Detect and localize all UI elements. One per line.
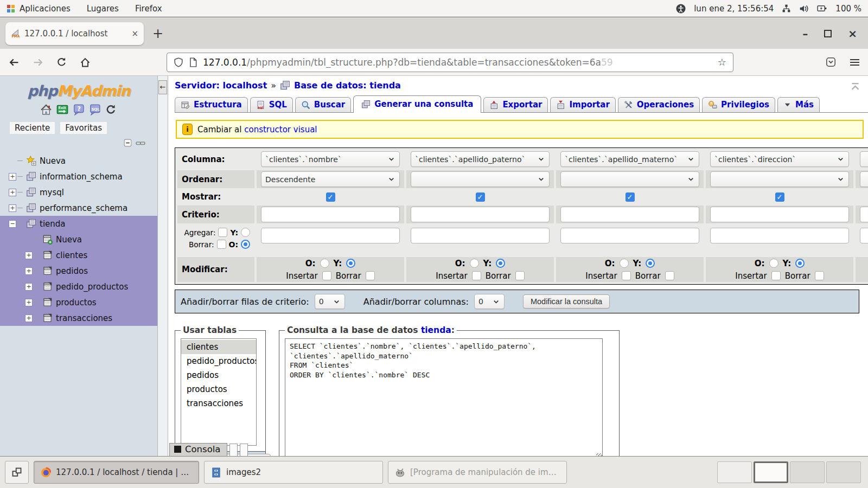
tree-item-clientes[interactable]: +clientes — [0, 247, 157, 263]
and-radio[interactable] — [241, 228, 250, 237]
table-option-transacciones[interactable]: transacciones — [181, 396, 256, 410]
extra-criteria-input-5[interactable] — [860, 228, 868, 243]
modify-or-radio-1[interactable] — [320, 259, 329, 268]
tree-item-nueva[interactable]: Nueva — [0, 232, 157, 247]
home-icon[interactable] — [80, 57, 91, 68]
logout-icon[interactable]: Exit — [56, 104, 68, 115]
criteria-input-2[interactable] — [411, 207, 550, 222]
expand-icon[interactable]: + — [25, 314, 33, 322]
expand-icon[interactable]: + — [9, 204, 16, 212]
expand-icon[interactable]: + — [25, 267, 33, 275]
expand-icon[interactable]: + — [9, 173, 16, 181]
show-checkbox-3[interactable]: ✓ — [626, 192, 635, 202]
delete-checkbox-4[interactable] — [815, 271, 824, 280]
workspace-3[interactable] — [790, 461, 825, 483]
tree-item-mysql[interactable]: +mysql — [0, 184, 157, 200]
forward-icon[interactable] — [33, 57, 43, 68]
menu-icon[interactable] — [850, 57, 859, 67]
insert-checkbox-1[interactable] — [322, 271, 331, 280]
workspace-2[interactable] — [754, 461, 788, 483]
tree-item-tienda[interactable]: −tienda — [0, 216, 157, 232]
taskbar-window-button[interactable]: 127.0.0.1 / localhost / tienda | phpM... — [34, 461, 199, 484]
criteria-input-5[interactable] — [860, 207, 868, 222]
show-desktop-button[interactable] — [5, 461, 29, 484]
breadcrumb-database[interactable]: Base de datos: tienda — [294, 80, 401, 91]
shield-icon[interactable] — [174, 57, 183, 67]
back-icon[interactable] — [9, 57, 20, 68]
insert-checkbox-4[interactable] — [771, 271, 781, 280]
url-bar[interactable]: 127.0.0.1/phpmyadmin/tbl_structure.php?d… — [167, 53, 733, 72]
console-mini-tab[interactable] — [240, 444, 248, 456]
column-select-5[interactable] — [860, 151, 868, 167]
minimize-button[interactable]: – — [802, 28, 808, 39]
modify-or-radio-2[interactable] — [470, 259, 479, 268]
insert-checkbox-2[interactable] — [472, 271, 481, 280]
nav-button-reciente[interactable]: Reciente — [10, 122, 55, 134]
extra-criteria-input-4[interactable] — [710, 228, 849, 243]
modify-or-radio-3[interactable] — [620, 259, 629, 268]
table-option-clientes[interactable]: clientes — [181, 340, 256, 354]
pma-logo[interactable]: phpMyAdmin — [0, 82, 157, 99]
sql-textarea[interactable]: SELECT `clientes`.`nombre`, `clientes`.`… — [285, 338, 603, 456]
taskbar-window-button[interactable]: [Programa de manipulación de imáge... — [388, 461, 567, 484]
nav-button-favoritas[interactable]: Favoritas — [60, 122, 107, 134]
criteria-input-3[interactable] — [560, 207, 699, 222]
home-icon[interactable] — [40, 104, 52, 115]
page-icon[interactable] — [189, 57, 197, 67]
sort-select-1[interactable]: Descendente — [261, 171, 400, 187]
tree-item-productos[interactable]: +productos — [0, 294, 157, 310]
sort-select-5[interactable] — [860, 171, 868, 187]
panel-menu-firefox[interactable]: Firefox — [135, 4, 162, 14]
query-legend-db[interactable]: tienda — [421, 325, 451, 335]
url-text[interactable]: 127.0.0.1/phpmyadmin/tbl_structure.php?d… — [203, 57, 712, 68]
tree-item-performance_schema[interactable]: +performance_schema — [0, 200, 157, 216]
tree-item-pedido_productos[interactable]: +pedido_productos — [0, 279, 157, 294]
show-checkbox-1[interactable]: ✓ — [326, 192, 335, 202]
modify-and-radio-3[interactable] — [646, 259, 655, 268]
pma-tab-sql[interactable]: sqlSQL — [250, 97, 293, 112]
pma-tab-importar[interactable]: Importar — [550, 97, 615, 112]
pma-tab-estructura[interactable]: Estructura — [175, 97, 248, 112]
sort-select-3[interactable] — [560, 171, 699, 187]
breadcrumb-server[interactable]: Servidor: localhost — [175, 80, 267, 91]
criteria-input-1[interactable] — [261, 207, 400, 222]
reload-icon[interactable] — [56, 57, 67, 67]
taskbar-window-button[interactable]: images2 — [204, 461, 383, 484]
collapse-icon[interactable]: − — [9, 220, 16, 228]
expand-icon[interactable]: + — [25, 252, 33, 259]
tree-item-transacciones[interactable]: +transacciones — [0, 310, 157, 326]
console-mini-tab[interactable] — [229, 444, 238, 456]
panel-menu-aplicaciones[interactable]: Aplicaciones — [7, 4, 71, 14]
scroll-top-icon[interactable] — [850, 81, 860, 92]
expand-icon[interactable]: + — [9, 189, 16, 196]
or-radio[interactable] — [241, 240, 250, 249]
update-query-button[interactable]: Modificar la consulta — [523, 294, 610, 309]
pma-tab-generar-una-consulta[interactable]: Generar una consulta — [353, 95, 481, 113]
column-select-4[interactable]: `clientes`.`direccion` — [710, 151, 849, 167]
help-icon[interactable]: ? — [73, 104, 85, 115]
link-icon[interactable] — [136, 138, 145, 147]
column-select-1[interactable]: `clientes`.`nombre` — [261, 151, 400, 167]
sort-select-4[interactable] — [710, 171, 849, 187]
cols-select[interactable]: 0 — [474, 294, 505, 309]
network-icon[interactable] — [782, 4, 791, 13]
delete-checkbox-3[interactable] — [665, 271, 674, 280]
tab-close-icon[interactable]: × — [131, 29, 138, 38]
table-option-productos[interactable]: productos — [181, 382, 256, 396]
criteria-input-4[interactable] — [710, 207, 849, 222]
extra-criteria-input-3[interactable] — [560, 228, 699, 243]
table-option-pedidos[interactable]: pedidos — [181, 368, 256, 382]
volume-icon[interactable] — [799, 4, 809, 14]
tree-item-pedidos[interactable]: +pedidos — [0, 263, 157, 279]
expand-icon[interactable]: + — [25, 299, 33, 306]
tree-item-nueva[interactable]: Nueva — [0, 153, 157, 169]
table-option-pedido_productos[interactable]: pedido_productos — [181, 354, 256, 368]
console-tab[interactable]: Consola — [169, 443, 227, 456]
collapse-nav-button[interactable]: ← — [158, 80, 167, 94]
expand-icon[interactable]: + — [25, 283, 33, 291]
tables-multiselect[interactable]: clientespedido_productospedidosproductos… — [181, 338, 257, 446]
pma-tab-operaciones[interactable]: Operaciones — [618, 97, 700, 112]
modify-and-radio-1[interactable] — [346, 259, 355, 268]
new-tab-button[interactable]: + — [152, 27, 163, 40]
modify-and-radio-2[interactable] — [496, 259, 505, 268]
